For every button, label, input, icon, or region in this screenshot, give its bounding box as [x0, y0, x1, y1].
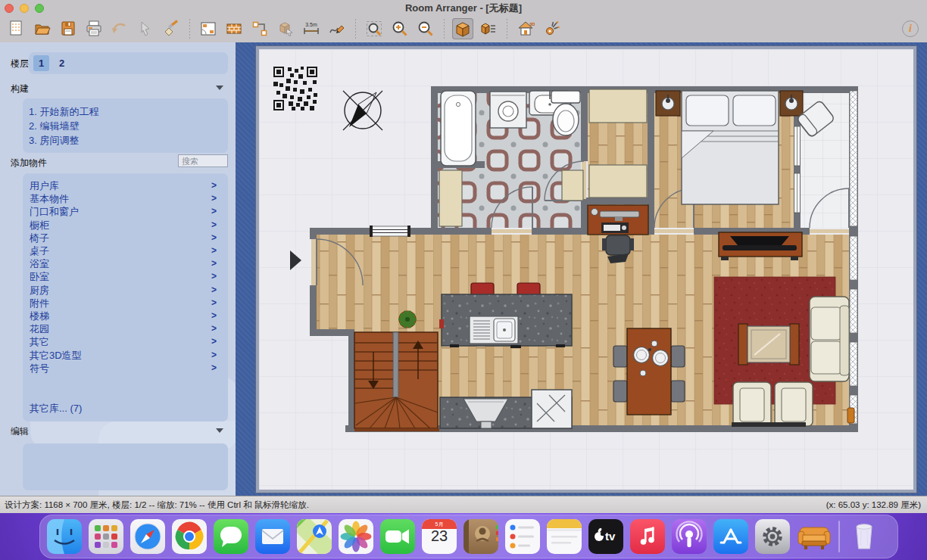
build-step-new-project[interactable]: 1. 开始新的工程 [29, 104, 222, 119]
category-bathroom[interactable]: 浴室> [23, 257, 228, 270]
dock-maps[interactable] [297, 519, 332, 554]
dock-app-store[interactable] [713, 519, 748, 554]
armchair[interactable] [733, 382, 771, 426]
category-panel: 用户库> 基本物件> 门口和窗户> 橱柜> 椅子> 桌子> 浴室> 卧室> 厨房… [23, 173, 228, 422]
category-other-3d[interactable]: 其它3D造型> [23, 349, 228, 362]
insert-object-button[interactable] [275, 18, 296, 39]
category-tables[interactable]: 桌子> [23, 244, 228, 257]
dock-room-arranger[interactable] [797, 519, 832, 554]
zoom-out-button[interactable] [415, 18, 436, 39]
draw-wall-button[interactable] [326, 18, 348, 39]
object-cube-icon [276, 20, 295, 38]
sofa[interactable] [810, 297, 849, 381]
category-user-library[interactable]: 用户库> [23, 179, 228, 192]
monitor [600, 211, 639, 217]
category-bedroom[interactable]: 卧室> [23, 270, 228, 283]
toilet [551, 91, 580, 103]
zoom-in-button[interactable] [389, 18, 410, 39]
messages-icon [214, 519, 248, 554]
dock-launchpad[interactable] [89, 519, 123, 554]
dock-photos[interactable] [339, 519, 373, 554]
tv-stand[interactable] [719, 232, 802, 260]
new-document-icon [8, 20, 26, 38]
undo-button[interactable] [109, 18, 130, 39]
status-cursor-coords: (x: 65.03 y: 132.89 厘米) [826, 499, 927, 511]
dock-podcasts[interactable] [672, 519, 707, 554]
fridge[interactable] [532, 390, 572, 428]
coffee-table[interactable] [738, 324, 799, 365]
floor-tab-1[interactable]: 1 [33, 55, 49, 71]
dining-chair [671, 346, 685, 367]
dock-notes[interactable] [547, 519, 582, 554]
status-plan-info: 设计方案: 1168 × 700 厘米, 楼层: 1/2 -- 缩放: 71% … [0, 499, 309, 511]
wall-tool-button[interactable] [223, 18, 245, 39]
collapse-build-icon[interactable] [216, 86, 223, 90]
category-cabinets[interactable]: 橱柜> [23, 219, 228, 232]
app-window: Room Arranger - [无标题] [0, 0, 927, 513]
plate [634, 347, 650, 363]
category-other[interactable]: 其它> [23, 335, 228, 348]
dock-trash[interactable] [847, 519, 882, 554]
category-garden[interactable]: 花园> [23, 322, 228, 335]
category-chairs[interactable]: 椅子> [23, 232, 228, 244]
category-basic-objects[interactable]: 基本物件> [23, 192, 228, 205]
dock-safari[interactable] [130, 519, 165, 554]
object-list-button[interactable] [478, 18, 499, 39]
pointer-tool-button[interactable] [135, 18, 156, 39]
category-doors-windows[interactable]: 门口和窗户> [23, 205, 228, 218]
paint-button[interactable] [161, 18, 182, 39]
dock-chrome[interactable] [172, 519, 207, 554]
radiator-valve[interactable] [847, 408, 854, 423]
floor-tabs: 1 2 [29, 52, 228, 74]
soundbar[interactable] [732, 422, 806, 427]
app-store-icon [713, 519, 748, 554]
category-kitchen[interactable]: 厨房> [23, 284, 228, 297]
chrome-icon [172, 519, 207, 554]
settings-gear-icon [755, 519, 790, 554]
category-stairs[interactable]: 楼梯> [23, 310, 228, 322]
stairs[interactable] [354, 332, 439, 431]
house-3d-button[interactable]: 3D [515, 18, 536, 39]
build-step-adjust-rooms[interactable]: 3. 房间调整 [29, 133, 222, 148]
drawing-canvas[interactable] [256, 46, 916, 493]
dock-finder[interactable] [47, 519, 82, 554]
desktop: 5月 23 tv [0, 513, 927, 560]
dock: 5月 23 tv [39, 515, 898, 558]
search-input[interactable] [178, 154, 228, 167]
dock-facetime[interactable] [380, 519, 415, 554]
dock-apple-tv[interactable]: tv [588, 519, 623, 554]
apple-tv-label: tv [605, 530, 615, 543]
build-header: 构建 [11, 82, 29, 95]
zoom-region-button[interactable] [364, 18, 385, 39]
chevron-right-icon: > [211, 232, 217, 244]
dock-contacts[interactable] [464, 519, 498, 554]
info-button[interactable]: i [902, 20, 919, 37]
photos-icon [339, 519, 373, 554]
build-panel: 1. 开始新的工程 2. 编辑墙壁 3. 房间调整 [23, 98, 228, 153]
room-tool-button[interactable] [198, 18, 219, 39]
category-accessories[interactable]: 附件> [23, 297, 228, 310]
explode-3d-button[interactable] [541, 18, 562, 39]
view-3d-button[interactable] [452, 18, 473, 39]
floor-tab-2[interactable]: 2 [54, 55, 70, 71]
maps-icon [297, 519, 332, 554]
new-document-button[interactable] [6, 18, 27, 39]
build-step-edit-walls[interactable]: 2. 编辑墙壁 [29, 119, 222, 133]
open-button[interactable] [32, 18, 53, 39]
collapse-edit-icon[interactable] [216, 428, 223, 433]
dock-calendar[interactable]: 5月 23 [422, 519, 457, 554]
measure-button[interactable]: 3.5m [301, 18, 322, 39]
dock-mail[interactable] [255, 519, 290, 554]
print-button[interactable] [83, 18, 105, 39]
dock-music[interactable] [630, 519, 665, 554]
dock-messages[interactable] [214, 519, 248, 554]
save-button[interactable] [58, 18, 79, 39]
more-libraries-link[interactable]: 其它库... (7) [30, 402, 82, 415]
entrance-sill [311, 239, 316, 285]
category-symbols[interactable]: 符号> [23, 362, 228, 375]
edit-points-button[interactable] [249, 18, 270, 39]
dock-reminders[interactable] [505, 519, 540, 554]
dock-system-settings[interactable] [755, 519, 790, 554]
armchair[interactable] [775, 382, 813, 426]
floorplan[interactable] [259, 49, 913, 490]
